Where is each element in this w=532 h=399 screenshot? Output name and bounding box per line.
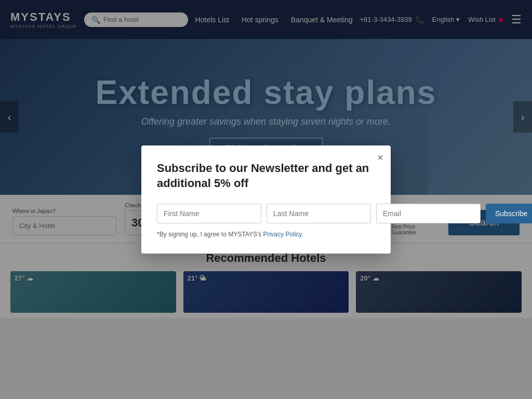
email-input[interactable]	[376, 204, 481, 223]
first-name-input[interactable]	[157, 204, 261, 223]
last-name-input[interactable]	[267, 204, 371, 223]
modal-terms: *By signing up, I agree to MYSTAYS's Pri…	[157, 231, 375, 238]
newsletter-modal: × Subscribe to our Newsletter and get an…	[141, 145, 391, 253]
privacy-policy-link[interactable]: Privacy Policy.	[263, 231, 303, 238]
modal-close-button[interactable]: ×	[377, 152, 383, 164]
subscribe-button[interactable]: Subscribe	[486, 204, 532, 223]
terms-text: *By signing up, I agree to MYSTAYS's	[157, 231, 263, 238]
modal-overlay[interactable]: × Subscribe to our Newsletter and get an…	[0, 0, 532, 399]
page-wrapper: MYSTAYS MYSTAYS HOTEL GROUP 🔍 Hotels Lis…	[0, 0, 532, 399]
modal-title: Subscribe to our Newsletter and get an a…	[157, 161, 375, 191]
modal-form: Subscribe	[157, 204, 375, 223]
